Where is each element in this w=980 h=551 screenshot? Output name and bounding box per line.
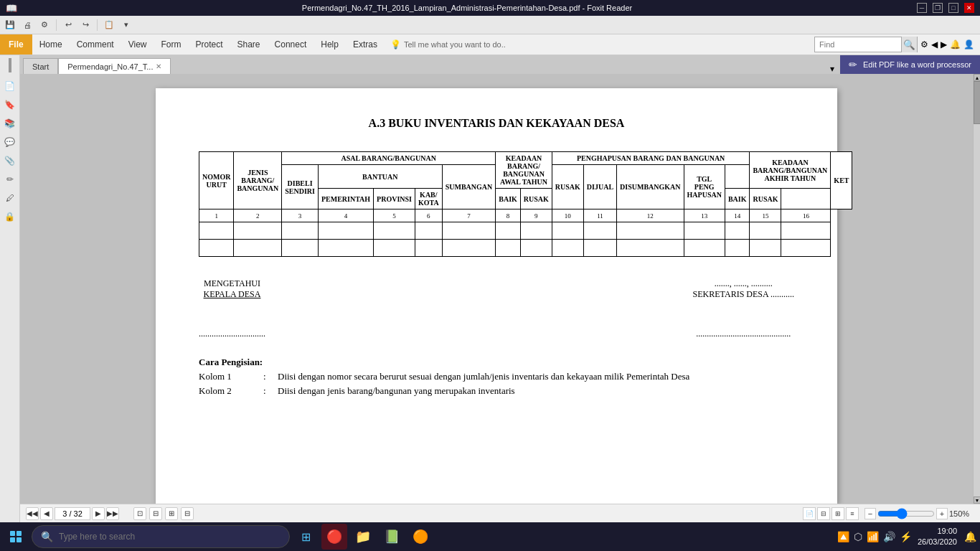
two-page-btn[interactable]: ⊞ xyxy=(165,507,178,520)
maximize-button[interactable]: □ xyxy=(948,3,958,13)
start-button[interactable] xyxy=(3,524,29,550)
view-single-btn[interactable]: 📄 xyxy=(803,507,816,520)
search-input[interactable] xyxy=(59,532,281,542)
menu-comment[interactable]: Comment xyxy=(70,34,121,55)
zoom-slider[interactable] xyxy=(877,508,935,519)
scroll-left-btn[interactable]: ◀◀ xyxy=(26,507,39,520)
th-baik1: BAIK xyxy=(496,189,521,209)
tab-close-icon[interactable]: ✕ xyxy=(156,62,161,70)
tab-document[interactable]: Permendagri_No.47_T... ✕ xyxy=(58,58,171,74)
instruction-text-2: Diisi dengan jenis barang/bangunan yang … xyxy=(278,385,794,397)
file-menu[interactable]: File xyxy=(0,34,32,55)
edit-pdf-banner[interactable]: ✏ Edit PDF like a word processor xyxy=(840,55,980,74)
nav-prev-icon[interactable]: ◀ xyxy=(931,39,938,50)
fit-page-btn[interactable]: ⊡ xyxy=(133,507,146,520)
menu-share[interactable]: Share xyxy=(230,34,268,55)
sidebar-icon-attach[interactable]: 📎 xyxy=(2,153,18,169)
taskbar-windows-icon[interactable]: ⊞ xyxy=(293,524,319,550)
view-continuous-btn[interactable]: ⊟ xyxy=(817,507,830,520)
menu-protect[interactable]: Protect xyxy=(189,34,230,55)
scroll-right-btn[interactable]: ▶▶ xyxy=(106,507,119,520)
th-asal-barang: ASAL BARANG/BANGUNAN xyxy=(282,152,496,165)
right-scrollbar[interactable]: ▲ ▼ xyxy=(973,74,980,504)
quick-access-toolbar: 💾 🖨 ⚙ ↩ ↪ 📋 ▾ xyxy=(0,16,980,34)
menu-help[interactable]: Help xyxy=(314,34,346,55)
scroll-down-arrow[interactable]: ▼ xyxy=(974,496,980,504)
fit-width-btn[interactable]: ⊟ xyxy=(149,507,162,520)
taskbar-files-icon[interactable]: 📁 xyxy=(350,524,376,550)
sidebar-icon-lock[interactable]: 🔒 xyxy=(2,209,18,225)
taskbar-right: 🔼 ⬡ 📶 🔊 ⚡ 19:00 26/03/2020 🔔 xyxy=(837,524,977,550)
network-icon[interactable]: 📶 xyxy=(867,531,879,542)
sidebar-icon-comment[interactable]: 💬 xyxy=(2,134,18,150)
left-signature-line: ............................... xyxy=(199,329,265,339)
notification-button[interactable]: 🔔 xyxy=(963,524,977,550)
menu-connect[interactable]: Connect xyxy=(268,34,314,55)
status-right: 📄 ⊟ ⊞ ≡ − + 150% xyxy=(803,507,974,520)
tray-up-icon[interactable]: 🔼 xyxy=(837,531,849,542)
instruction-row-1: Kolom 1 : Diisi dengan nomor secara beru… xyxy=(199,371,794,382)
sidebar-icon-sign[interactable]: 🖊 xyxy=(2,190,18,206)
settings-button[interactable]: ⚙ xyxy=(37,18,52,32)
settings-icon[interactable]: ⚙ xyxy=(920,39,928,50)
view-grid-btn[interactable]: ⊞ xyxy=(831,507,844,520)
search-box[interactable]: 🔍 xyxy=(32,525,290,548)
minimize-button[interactable]: ─ xyxy=(917,3,927,13)
clipboard-button[interactable]: 📋 xyxy=(102,18,116,32)
save-button[interactable]: 💾 xyxy=(3,18,17,32)
menu-home[interactable]: Home xyxy=(32,34,70,55)
menu-view[interactable]: View xyxy=(121,34,154,55)
volume-icon[interactable]: 🔊 xyxy=(883,531,895,542)
page-prev-btn[interactable]: ◀ xyxy=(40,507,53,520)
th-kab-kota: KAB/ KOTA xyxy=(415,189,442,209)
page-number-input[interactable] xyxy=(55,507,90,520)
print-button[interactable]: 🖨 xyxy=(20,18,34,32)
menu-tooltip: Tell me what you want to do.. xyxy=(404,40,506,49)
tab-dropdown-icon[interactable]: ▾ xyxy=(830,64,834,74)
restore-button[interactable]: ❐ xyxy=(933,3,943,13)
close-button[interactable]: ✕ xyxy=(964,3,974,13)
redo-button[interactable]: ↪ xyxy=(78,18,93,32)
power-icon[interactable]: ⚡ xyxy=(900,531,912,542)
dropbox-icon[interactable]: ⬡ xyxy=(854,531,862,542)
user-icon[interactable]: 👤 xyxy=(963,39,974,50)
th-sumbangan: SUMBANGAN xyxy=(442,165,496,209)
taskbar-foxit-icon[interactable]: 🔴 xyxy=(321,524,347,550)
sidebar-icon-edit[interactable]: ✏ xyxy=(2,171,18,187)
num-3: 3 xyxy=(282,209,319,222)
main-layout: 📄 🔖 📚 💬 📎 ✏ 🖊 🔒 Start Permendagri_No.47_… xyxy=(0,55,980,522)
window-controls[interactable]: ─ ❐ □ ✕ xyxy=(917,3,974,13)
th-provinsi: PROVINSI xyxy=(374,189,415,209)
bell-icon[interactable]: 🔔 xyxy=(950,39,961,50)
instructions-heading: Cara Pengisian: xyxy=(199,357,794,368)
view-scroll-btn[interactable]: ≡ xyxy=(846,507,859,520)
scroll-thumb[interactable] xyxy=(974,81,980,124)
sidebar-icon-bookmark[interactable]: 🔖 xyxy=(2,97,18,113)
scroll-up-arrow[interactable]: ▲ xyxy=(974,74,980,81)
document-area: Start Permendagri_No.47_T... ✕ ▾ ✏ Edit … xyxy=(20,55,980,522)
clock-time: 19:00 xyxy=(918,526,957,537)
undo-button[interactable]: ↩ xyxy=(61,18,75,32)
tab-start[interactable]: Start xyxy=(23,58,58,74)
footer-section: MENGETAHUI KEPALA DESA .................… xyxy=(199,278,794,339)
zoom-in-btn[interactable]: + xyxy=(936,508,948,519)
dropdown-button[interactable]: ▾ xyxy=(119,18,133,32)
th-rusak2: RUSAK xyxy=(552,165,583,209)
th-penghapusan: PENGHAPUSAN BARANG DAN BANGUNAN xyxy=(552,152,750,165)
sidebar-icon-layers[interactable]: 📚 xyxy=(2,116,18,131)
zoom-out-btn[interactable]: − xyxy=(864,508,876,519)
sidebar-icon-page[interactable]: 📄 xyxy=(2,78,18,94)
document-scroll-area[interactable]: A.3 BUKU INVENTARIS DAN KEKAYAAN DESA NO… xyxy=(20,74,973,504)
menu-form[interactable]: Form xyxy=(154,34,189,55)
continuous-btn[interactable]: ⊟ xyxy=(181,507,194,520)
nav-next-icon[interactable]: ▶ xyxy=(941,39,947,50)
sidebar-collapse-btn[interactable] xyxy=(9,58,11,72)
find-input[interactable] xyxy=(815,37,901,52)
taskbar-excel-icon[interactable]: 📗 xyxy=(379,524,405,550)
page-next-btn[interactable]: ▶ xyxy=(92,507,105,520)
menu-extras[interactable]: Extras xyxy=(346,34,385,55)
find-button[interactable]: 🔍 xyxy=(901,37,917,52)
taskbar-other-icon[interactable]: 🟠 xyxy=(407,524,433,550)
clock[interactable]: 19:00 26/03/2020 xyxy=(918,526,957,548)
th-dijual: DIJUAL xyxy=(583,165,616,209)
